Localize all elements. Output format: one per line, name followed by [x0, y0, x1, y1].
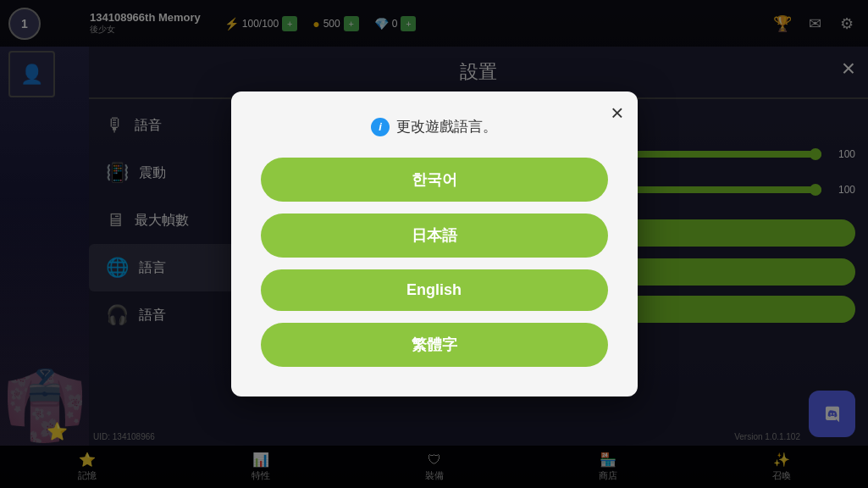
lang-button-traditional-chinese[interactable]: 繁體字: [261, 323, 608, 367]
modal-header-text: 更改遊戲語言。: [396, 117, 497, 136]
modal-close-button[interactable]: ×: [611, 102, 623, 124]
modal-header: i 更改遊戲語言。: [261, 117, 608, 136]
language-modal: × i 更改遊戲語言。 한국어 日本語 English 繁體字: [231, 92, 638, 396]
modal-overlay: × i 更改遊戲語言。 한국어 日本語 English 繁體字: [0, 0, 868, 488]
info-icon: i: [371, 118, 390, 136]
lang-button-japanese[interactable]: 日本語: [261, 214, 608, 258]
lang-button-korean[interactable]: 한국어: [261, 158, 608, 202]
lang-button-english[interactable]: English: [261, 269, 608, 311]
